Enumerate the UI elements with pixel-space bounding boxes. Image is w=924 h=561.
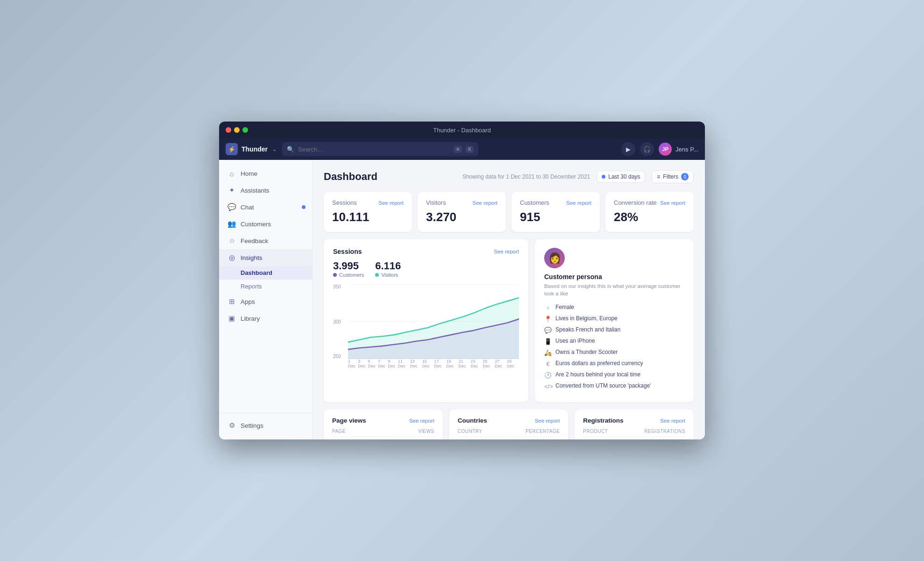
trait-timezone-text: Are 2 hours behind your local time bbox=[555, 371, 640, 378]
filter-icon: ≡ bbox=[657, 173, 660, 180]
play-button[interactable]: ▶ bbox=[621, 142, 635, 156]
customers-legend-label: Customers bbox=[339, 272, 364, 278]
stat-value-conversion: 28% bbox=[614, 210, 685, 224]
trait-currency-text: Euros dollars as preferred currency bbox=[555, 360, 643, 367]
x-label-9dec: 9 Dec bbox=[388, 359, 398, 368]
filters-button[interactable]: ≡ Filters 0 bbox=[652, 170, 694, 183]
col-page: PAGE bbox=[332, 429, 346, 434]
user-badge[interactable]: JP Jens P... bbox=[659, 143, 698, 156]
search-input[interactable] bbox=[298, 146, 450, 153]
x-label-15dec: 15 Dec bbox=[422, 359, 434, 368]
x-label-25dec: 25 Dec bbox=[483, 359, 495, 368]
trait-language-text: Speaks French and Italian bbox=[555, 326, 620, 333]
sidebar-sub-label-reports: Reports bbox=[241, 283, 262, 290]
x-label-23dec: 23 Dec bbox=[470, 359, 483, 368]
visitors-legend-label: Visitors bbox=[381, 272, 398, 278]
trait-product-icon: 🛵 bbox=[544, 349, 552, 356]
trait-utm-text: Converted from UTM source 'package' bbox=[555, 382, 651, 389]
brand-name: Thunder bbox=[242, 145, 268, 153]
date-range-button[interactable]: Last 30 days bbox=[597, 171, 645, 183]
sidebar-item-feedback[interactable]: ☆ Feedback bbox=[219, 232, 312, 249]
stat-label-visitors: Visitors bbox=[426, 199, 446, 206]
col-reg: REGISTRATIONS bbox=[645, 429, 685, 434]
persona-trait-timezone: 🕐 Are 2 hours behind your local time bbox=[544, 371, 684, 379]
date-range-label: Last 30 days bbox=[608, 173, 640, 180]
stat-header-sessions: Sessions See report bbox=[332, 199, 404, 206]
dashboard-header: Dashboard Showing data for 1 Dec 2021 to… bbox=[324, 170, 694, 183]
search-bar[interactable]: 🔍 ✕ K bbox=[282, 142, 478, 156]
bottom-row: Page views See report PAGE VIEWS /thunde… bbox=[324, 410, 694, 439]
x-label-21dec: 21 Dec bbox=[458, 359, 470, 368]
home-icon: ⌂ bbox=[227, 170, 236, 178]
filters-label: Filters bbox=[663, 173, 678, 180]
library-icon: ▣ bbox=[227, 314, 236, 323]
x-label-17dec: 17 Dec bbox=[434, 359, 447, 368]
persona-trait-location: 📍 Lives in Belgium, Europe bbox=[544, 315, 684, 323]
stat-header-customers: Customers See report bbox=[520, 199, 591, 206]
registrations-col-headers: PRODUCT REGISTRATIONS bbox=[583, 429, 685, 437]
sidebar-item-home[interactable]: ⌂ Home bbox=[219, 165, 312, 182]
col-views: VIEWS bbox=[418, 429, 434, 434]
sidebar-sub-reports[interactable]: Reports bbox=[219, 280, 312, 293]
main-content: Dashboard Showing data for 1 Dec 2021 to… bbox=[313, 160, 705, 439]
see-report-visitors[interactable]: See report bbox=[472, 200, 498, 206]
persona-avatar: 👩 bbox=[544, 248, 565, 268]
col-country: COUNTRY bbox=[458, 429, 483, 434]
page-views-card: Page views See report PAGE VIEWS /thunde… bbox=[324, 410, 443, 439]
topbar: ⚡ Thunder ⌄ 🔍 ✕ K ▶ 🎧 JP Jens P... bbox=[219, 138, 705, 160]
sessions-visitors-value: 6.116 bbox=[375, 260, 401, 272]
customers-legend: Customers bbox=[333, 272, 364, 278]
visitors-legend-dot bbox=[375, 273, 379, 277]
sidebar: ⌂ Home ✦ Assistants 💬 Chat 👥 Customers ☆… bbox=[219, 160, 313, 439]
main-layout: ⌂ Home ✦ Assistants 💬 Chat 👥 Customers ☆… bbox=[219, 160, 705, 439]
headphones-button[interactable]: 🎧 bbox=[640, 142, 654, 156]
sidebar-sub-dashboard[interactable]: Dashboard bbox=[219, 266, 312, 280]
countries-card: Countries See report COUNTRY PERCENTAGE … bbox=[449, 410, 569, 439]
y-label-350: 350 bbox=[333, 284, 346, 289]
x-label-1dec: 1 Dec bbox=[348, 359, 358, 368]
sidebar-item-customers[interactable]: 👥 Customers bbox=[219, 216, 312, 232]
stat-card-sessions: Sessions See report 10.111 bbox=[324, 192, 412, 232]
trait-gender-text: Female bbox=[555, 304, 574, 310]
see-report-page-views[interactable]: See report bbox=[409, 418, 434, 424]
stat-label-conversion: Conversion rate bbox=[614, 199, 657, 206]
x-label-7dec: 7 Dec bbox=[378, 359, 388, 368]
close-dot[interactable] bbox=[226, 127, 231, 133]
play-icon: ▶ bbox=[626, 146, 631, 153]
sidebar-label-home: Home bbox=[241, 170, 257, 177]
see-report-sessions-chart[interactable]: See report bbox=[494, 249, 519, 254]
insights-icon: ◎ bbox=[227, 253, 236, 262]
maximize-dot[interactable] bbox=[242, 127, 248, 133]
stat-value-sessions: 10.111 bbox=[332, 210, 404, 224]
sidebar-sub-label-dashboard: Dashboard bbox=[241, 269, 272, 276]
brand[interactable]: ⚡ Thunder ⌄ bbox=[226, 143, 277, 155]
showing-data-label: Showing data for 1 Dec 2021 to 30 Decemb… bbox=[462, 173, 590, 180]
chart-y-labels: 350 300 250 bbox=[333, 284, 346, 359]
sidebar-label-feedback: Feedback bbox=[241, 237, 268, 245]
minimize-dot[interactable] bbox=[234, 127, 240, 133]
sidebar-item-assistants[interactable]: ✦ Assistants bbox=[219, 182, 312, 199]
sidebar-item-library[interactable]: ▣ Library bbox=[219, 310, 312, 327]
sidebar-item-settings[interactable]: ⚙ Settings bbox=[219, 417, 312, 434]
see-report-countries[interactable]: See report bbox=[535, 418, 560, 424]
chart-x-labels: 1 Dec 3 Dec 5 Dec 7 Dec 9 Dec 11 Dec 13 … bbox=[348, 359, 519, 368]
sidebar-item-apps[interactable]: ⊞ Apps bbox=[219, 293, 312, 310]
see-report-sessions[interactable]: See report bbox=[378, 200, 404, 206]
see-report-registrations[interactable]: See report bbox=[660, 418, 685, 424]
sidebar-item-insights[interactable]: ◎ Insights bbox=[219, 249, 312, 266]
sidebar-label-insights: Insights bbox=[241, 254, 263, 261]
sidebar-item-chat[interactable]: 💬 Chat bbox=[219, 199, 312, 216]
window-title: Thunder - Dashboard bbox=[433, 127, 491, 134]
assistants-icon: ✦ bbox=[227, 186, 236, 194]
stat-header-visitors: Visitors See report bbox=[426, 199, 498, 206]
see-report-customers[interactable]: See report bbox=[566, 200, 591, 206]
x-label-27dec: 27 Dec bbox=[495, 359, 507, 368]
countries-col-headers: COUNTRY PERCENTAGE bbox=[458, 429, 560, 437]
persona-trait-gender: ♀ Female bbox=[544, 304, 684, 311]
see-report-conversion[interactable]: See report bbox=[660, 200, 685, 206]
headphones-icon: 🎧 bbox=[643, 146, 651, 153]
visitors-legend: Visitors bbox=[375, 272, 401, 278]
sessions-visitors-block: 6.116 Visitors bbox=[375, 260, 401, 278]
topbar-actions: ▶ 🎧 JP Jens P... bbox=[621, 142, 698, 156]
brand-chevron-icon: ⌄ bbox=[272, 146, 277, 152]
